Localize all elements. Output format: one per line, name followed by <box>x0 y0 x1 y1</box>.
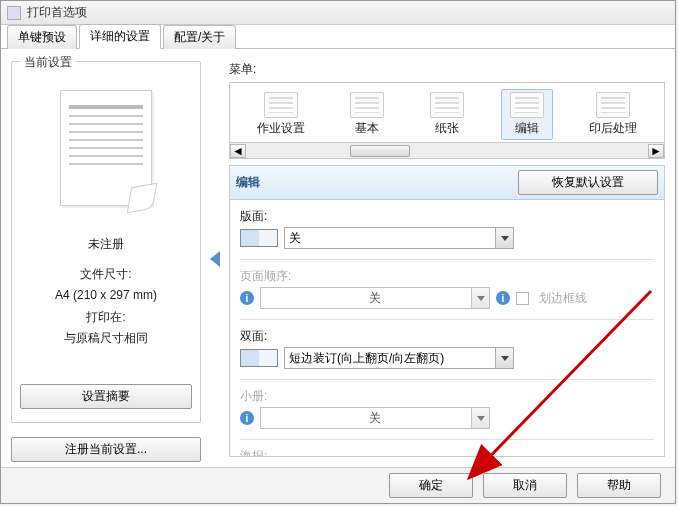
poster-row: 海报: i 关 <box>240 448 654 457</box>
content-area: 当前设置 未注册 文件尺寸: A4 (210 x 297 mm) 打印在: 与原… <box>1 49 675 467</box>
dialog-footer: 确定 取消 帮助 <box>1 467 675 503</box>
page-order-select: 关 <box>260 287 490 309</box>
scroll-thumb[interactable] <box>350 145 410 157</box>
register-settings-button[interactable]: 注册当前设置... <box>11 437 201 462</box>
section-name: 编辑 <box>236 174 260 191</box>
duplex-select[interactable]: 短边装订(向上翻页/向左翻页) <box>284 347 514 369</box>
current-settings-group: 当前设置 未注册 文件尺寸: A4 (210 x 297 mm) 打印在: 与原… <box>11 61 201 423</box>
settings-summary-button[interactable]: 设置摘要 <box>20 384 192 409</box>
info-icon[interactable]: i <box>240 291 254 305</box>
left-column: 当前设置 未注册 文件尺寸: A4 (210 x 297 mm) 打印在: 与原… <box>11 61 201 457</box>
collapse-column <box>209 61 221 457</box>
border-line-label: 划边框线 <box>539 290 587 307</box>
current-settings-legend: 当前设置 <box>20 54 76 71</box>
print-preferences-window: 打印首选项 单键预设 详细的设置 配置/关于 当前设置 未注册 文件尺寸: A4… <box>0 0 676 504</box>
booklet-row: 小册: i 关 <box>240 388 654 429</box>
restore-defaults-button[interactable]: 恢复默认设置 <box>518 170 658 195</box>
category-scrollbar[interactable]: ◄ ► <box>230 142 664 158</box>
page-preview <box>60 90 152 206</box>
poster-label: 海报: <box>240 448 654 457</box>
chevron-down-icon <box>471 408 489 428</box>
form-area: 版面: 关 页面顺序: i 关 <box>229 200 665 457</box>
cat-edit[interactable]: 编辑 <box>501 89 553 140</box>
tab-bar: 单键预设 详细的设置 配置/关于 <box>1 25 675 49</box>
cat-paper[interactable]: 纸张 <box>421 89 473 140</box>
layout-label: 版面: <box>240 208 654 225</box>
current-settings-info: 未注册 文件尺寸: A4 (210 x 297 mm) 打印在: 与原稿尺寸相同 <box>20 234 192 350</box>
ok-button[interactable]: 确定 <box>389 473 473 498</box>
scroll-right-icon[interactable]: ► <box>648 144 664 158</box>
file-size-label: 文件尺寸: <box>20 264 192 286</box>
section-header: 编辑 恢复默认设置 <box>229 165 665 200</box>
cat-job-setup[interactable]: 作业设置 <box>248 89 314 140</box>
edit-icon <box>510 92 544 118</box>
border-line-checkbox <box>516 292 529 305</box>
job-setup-icon <box>264 92 298 118</box>
page-order-value: 关 <box>369 290 381 307</box>
cat-basic[interactable]: 基本 <box>341 89 393 140</box>
titlebar: 打印首选项 <box>1 1 675 25</box>
duplex-value: 短边装订(向上翻页/向左翻页) <box>289 350 444 367</box>
menu-label: 菜单: <box>229 61 665 78</box>
page-order-row: 页面顺序: i 关 i 划边框线 <box>240 268 654 309</box>
info-icon[interactable]: i <box>240 411 254 425</box>
chevron-down-icon <box>495 228 513 248</box>
duplex-thumbs-button[interactable] <box>240 349 278 367</box>
right-column: 菜单: 作业设置 基本 纸张 编辑 印后处理 ◄ ► 编辑 <box>229 61 665 457</box>
finishing-icon <box>596 92 630 118</box>
layout-row: 版面: 关 <box>240 208 654 249</box>
print-on-label: 打印在: <box>20 307 192 329</box>
file-size-value: A4 (210 x 297 mm) <box>20 285 192 307</box>
printer-icon <box>7 6 21 20</box>
chevron-down-icon <box>471 288 489 308</box>
scroll-left-icon[interactable]: ◄ <box>230 144 246 158</box>
basic-icon <box>350 92 384 118</box>
print-on-value: 与原稿尺寸相同 <box>20 328 192 350</box>
duplex-label: 双面: <box>240 328 654 345</box>
cancel-button[interactable]: 取消 <box>483 473 567 498</box>
collapse-left-icon[interactable] <box>210 251 220 267</box>
layout-value: 关 <box>289 230 301 247</box>
tab-detailed-settings[interactable]: 详细的设置 <box>79 24 161 49</box>
tab-config-about[interactable]: 配置/关于 <box>163 25 236 49</box>
duplex-row: 双面: 短边装订(向上翻页/向左翻页) <box>240 328 654 369</box>
tab-onekey-preset[interactable]: 单键预设 <box>7 25 77 49</box>
window-title: 打印首选项 <box>27 4 87 21</box>
help-button[interactable]: 帮助 <box>577 473 661 498</box>
booklet-value: 关 <box>369 410 381 427</box>
page-order-label: 页面顺序: <box>240 268 654 285</box>
paper-icon <box>430 92 464 118</box>
cat-finishing[interactable]: 印后处理 <box>580 89 646 140</box>
layout-select[interactable]: 关 <box>284 227 514 249</box>
category-bar: 作业设置 基本 纸张 编辑 印后处理 ◄ ► <box>229 82 665 159</box>
chevron-down-icon <box>495 348 513 368</box>
layout-thumbs-button[interactable] <box>240 229 278 247</box>
unregistered-label: 未注册 <box>20 234 192 256</box>
info-icon[interactable]: i <box>496 291 510 305</box>
booklet-select: 关 <box>260 407 490 429</box>
booklet-label: 小册: <box>240 388 654 405</box>
